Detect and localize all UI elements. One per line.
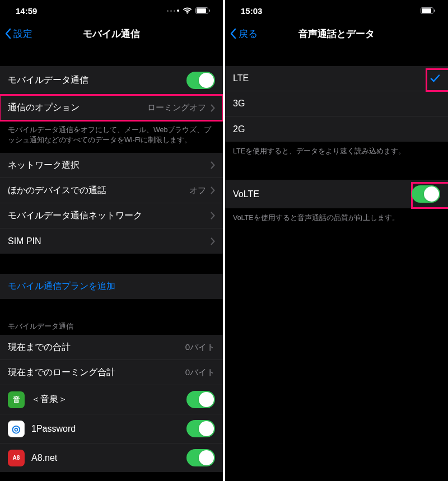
value: オフ	[189, 185, 206, 196]
row-2g[interactable]: 2G	[225, 116, 448, 142]
svg-rect-5	[434, 10, 435, 12]
label: ＜音泉＞	[31, 394, 67, 405]
row-roaming-total[interactable]: 現在までのローミング合計 0バイト	[0, 360, 223, 385]
row-add-plan[interactable]: モバイル通信プランを追加	[0, 274, 223, 299]
row-other-device[interactable]: ほかのデバイスでの通話 オフ	[0, 178, 223, 203]
back-button[interactable]: 設定	[4, 27, 32, 40]
toggle-mobile-data[interactable]	[186, 72, 215, 89]
toggle-app-a8net[interactable]	[186, 449, 215, 466]
row-app-a8net[interactable]: A8 A8.net	[0, 443, 223, 472]
label: 1Password	[31, 424, 76, 434]
page-title: 音声通話とデータ	[225, 27, 448, 40]
content: LTE 3G 2G LTEを使用すると、データをより速く読み込めます。 VoLT…	[225, 46, 448, 481]
group-usage: 現在までの合計 0バイト 現在までのローミング合計 0バイト 音 ＜音泉＞ ◎ …	[0, 335, 223, 472]
toggle-volte[interactable]	[412, 185, 440, 203]
row-total[interactable]: 現在までの合計 0バイト	[0, 335, 223, 360]
status-time: 15:03	[241, 6, 262, 16]
page-title: モバイル通信	[0, 27, 223, 40]
row-data-network[interactable]: モバイルデータ通信ネットワーク	[0, 203, 223, 228]
app-icon-1password: ◎	[8, 421, 25, 437]
back-label: 設定	[13, 27, 32, 40]
row-app-1password[interactable]: ◎ 1Password	[0, 414, 223, 443]
row-mobile-data[interactable]: モバイルデータ通信	[0, 66, 223, 95]
group-add-plan: モバイル通信プランを追加	[0, 274, 223, 299]
label: A8.net	[31, 453, 57, 463]
toggle-app-1password[interactable]	[186, 420, 215, 437]
row-volte[interactable]: VoLTE	[225, 180, 448, 208]
app-icon-onsen: 音	[8, 391, 25, 408]
label: 2G	[233, 124, 245, 134]
back-label: 戻る	[239, 27, 258, 40]
chevron-right-icon	[211, 212, 215, 220]
label: 現在までのローミング合計	[8, 367, 115, 379]
battery-icon	[195, 7, 211, 14]
status-icons	[167, 7, 211, 14]
value: ローミングオフ	[147, 102, 206, 113]
chevron-left-icon	[4, 28, 11, 39]
nav-bar: 設定 モバイル通信	[0, 21, 223, 46]
label: VoLTE	[233, 189, 259, 199]
signal-dots-icon	[167, 10, 179, 12]
row-sim-pin[interactable]: SIM PIN	[0, 228, 223, 254]
label: LTE	[233, 73, 249, 83]
group-volte: VoLTE	[225, 180, 448, 208]
row-3g[interactable]: 3G	[225, 91, 448, 116]
status-time: 14:59	[16, 6, 37, 16]
label: 通信のオプション	[8, 102, 80, 114]
phone-right: 15:03 戻る 音声通話とデータ LTE 3G 2G L	[225, 0, 448, 481]
svg-rect-2	[209, 10, 210, 12]
label: モバイルデータ通信	[8, 74, 88, 86]
group-network: ネットワーク選択 ほかのデバイスでの通話 オフ モバイルデータ通信ネットワーク …	[0, 153, 223, 254]
label: ネットワーク選択	[8, 160, 80, 171]
row-app-onsen[interactable]: 音 ＜音泉＞	[0, 385, 223, 414]
chevron-right-icon	[211, 161, 215, 169]
svg-rect-4	[422, 8, 431, 13]
check-icon	[430, 74, 440, 83]
group-mobile-data: モバイルデータ通信 通信のオプション ローミングオフ	[0, 66, 223, 120]
label: ほかのデバイスでの通話	[8, 185, 106, 197]
chevron-right-icon	[211, 186, 215, 194]
nav-bar: 戻る 音声通話とデータ	[225, 21, 448, 46]
section-header-usage: モバイルデータ通信	[0, 299, 223, 335]
label: 3G	[233, 99, 245, 109]
chevron-left-icon	[230, 28, 236, 39]
value: 0バイト	[185, 342, 215, 353]
phone-left: 14:59 設定 モバイル通信 モバイルデータ通信 通信のオプション ローミング…	[0, 0, 223, 481]
label: モバイル通信プランを追加	[8, 281, 115, 292]
note-volte: VoLTEを使用すると音声通話の品質が向上します。	[225, 208, 448, 231]
label: モバイルデータ通信ネットワーク	[8, 210, 142, 222]
toggle-app-onsen[interactable]	[186, 391, 215, 408]
svg-rect-1	[197, 8, 206, 13]
label: 現在までの合計	[8, 342, 71, 353]
app-icon-a8net: A8	[8, 450, 25, 466]
back-button[interactable]: 戻る	[230, 27, 258, 40]
row-network-select[interactable]: ネットワーク選択	[0, 153, 223, 178]
note-lte: LTEを使用すると、データをより速く読み込めます。	[225, 142, 448, 164]
chevron-right-icon	[211, 104, 215, 112]
value: 0バイト	[185, 367, 215, 378]
row-lte[interactable]: LTE	[225, 66, 448, 91]
battery-icon	[421, 7, 436, 14]
wifi-icon	[183, 7, 192, 14]
status-bar: 14:59	[0, 0, 223, 21]
group-network-type: LTE 3G 2G	[225, 66, 448, 142]
status-icons	[421, 7, 436, 14]
chevron-right-icon	[211, 237, 215, 245]
status-bar: 15:03	[225, 0, 448, 21]
label: SIM PIN	[8, 236, 41, 246]
row-options[interactable]: 通信のオプション ローミングオフ	[0, 95, 223, 120]
content: モバイルデータ通信 通信のオプション ローミングオフ モバイルデータ通信をオフに…	[0, 46, 223, 481]
note-mobile-data: モバイルデータ通信をオフにして、メール、Webブラウズ、プッシュ通知などのすべて…	[0, 120, 223, 153]
